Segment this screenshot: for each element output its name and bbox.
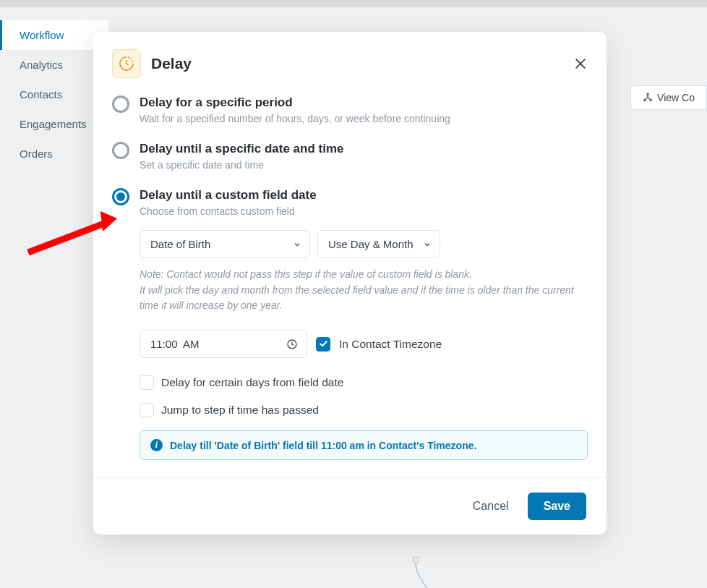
delay-icon xyxy=(112,49,141,78)
custom-field-select[interactable]: Date of Birth xyxy=(140,230,310,258)
radio-desc: Wait for a specified number of hours, da… xyxy=(140,113,588,124)
jump-label: Jump to step if time has passed xyxy=(161,404,319,417)
info-text: Delay till 'Date of Birth' field till 11… xyxy=(170,440,476,451)
radio-option-custom-field[interactable]: Delay until a custom field date Choose f… xyxy=(112,188,588,217)
jump-checkbox[interactable] xyxy=(140,403,154,417)
radio-title: Delay until a custom field date xyxy=(140,188,588,203)
time-input[interactable] xyxy=(140,330,307,358)
timezone-checkbox[interactable] xyxy=(316,337,330,351)
radio-desc: Set a specific date and time xyxy=(140,159,588,171)
note-text: Note: Contact would not pass this step i… xyxy=(140,267,588,314)
timezone-label: In Contact Timezone xyxy=(339,338,442,351)
radio-circle[interactable] xyxy=(112,95,129,113)
close-icon[interactable] xyxy=(573,56,588,71)
radio-title: Delay for a specific period xyxy=(140,95,588,110)
radio-title: Delay until a specific date and time xyxy=(140,142,588,156)
date-mode-select[interactable]: Use Day & Month xyxy=(317,230,440,258)
delay-days-label: Delay for certain days from field date xyxy=(161,376,343,389)
clock-icon xyxy=(286,338,298,350)
delay-modal: Delay Delay for a specific period Wait f… xyxy=(93,32,607,534)
delay-days-checkbox[interactable] xyxy=(140,375,154,390)
radio-desc: Choose from contacts custom field xyxy=(140,205,588,217)
info-banner: i Delay till 'Date of Birth' field till … xyxy=(140,430,588,460)
radio-option-specific-datetime[interactable]: Delay until a specific date and time Set… xyxy=(112,142,588,171)
info-icon: i xyxy=(150,439,163,451)
save-button[interactable]: Save xyxy=(528,493,586,520)
modal-title: Delay xyxy=(151,55,563,72)
cancel-button[interactable]: Cancel xyxy=(470,494,512,519)
radio-circle[interactable] xyxy=(112,142,129,159)
radio-circle-selected[interactable] xyxy=(112,188,129,205)
radio-option-specific-period[interactable]: Delay for a specific period Wait for a s… xyxy=(112,95,588,124)
